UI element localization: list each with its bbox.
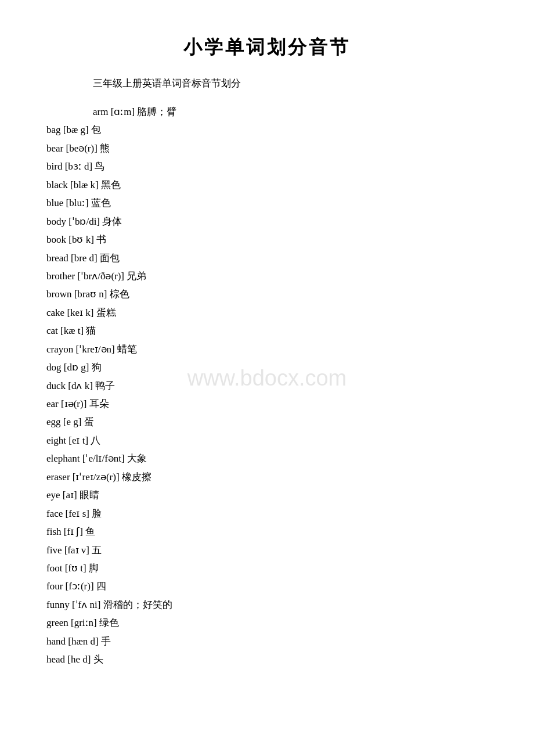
word-list: arm [ɑːm] 胳膊；臂bag [bæ g] 包bear [beə(r)] … (46, 103, 488, 669)
list-item: ear [ɪə(r)] 耳朵 (46, 395, 488, 413)
list-item: arm [ɑːm] 胳膊；臂 (93, 103, 488, 121)
list-item: crayon [ˈkreɪ/ən] 蜡笔 (46, 340, 488, 358)
list-item: eye [aɪ] 眼睛 (46, 486, 488, 504)
subtitle: 三年级上册英语单词音标音节划分 (93, 77, 488, 90)
list-item: body [ˈbɒ/di] 身体 (46, 213, 488, 231)
list-item: book [bʊ k] 书 (46, 231, 488, 249)
list-item: duck [dʌ k] 鸭子 (46, 377, 488, 395)
list-item: blue [bluː] 蓝色 (46, 194, 488, 212)
list-item: green [griːn] 绿色 (46, 614, 488, 632)
list-item: egg [e g] 蛋 (46, 413, 488, 431)
list-item: bread [bre d] 面包 (46, 249, 488, 267)
list-item: cat [kæ t] 猫 (46, 322, 488, 340)
list-item: fish [fɪ ʃ] 鱼 (46, 523, 488, 541)
list-item: brother [ˈbrʌ/ðə(r)] 兄弟 (46, 267, 488, 285)
list-item: face [feɪ s] 脸 (46, 505, 488, 523)
list-item: foot [fʊ t] 脚 (46, 559, 488, 577)
list-item: five [faɪ v] 五 (46, 541, 488, 559)
list-item: eight [eɪ t] 八 (46, 431, 488, 449)
list-item: four [fɔː(r)] 四 (46, 577, 488, 595)
list-item: brown [braʊ n] 棕色 (46, 285, 488, 303)
list-item: bag [bæ g] 包 (46, 121, 488, 139)
list-item: funny [ˈfʌ ni] 滑稽的；好笑的 (46, 596, 488, 614)
page-title: 小学单词划分音节 (46, 35, 488, 60)
list-item: hand [hæn d] 手 (46, 632, 488, 650)
list-item: cake [keɪ k] 蛋糕 (46, 304, 488, 322)
list-item: elephant [ˈe/lɪ/fənt] 大象 (46, 449, 488, 467)
list-item: dog [dɒ g] 狗 (46, 358, 488, 376)
list-item: bird [bɜː d] 鸟 (46, 157, 488, 175)
list-item: bear [beə(r)] 熊 (46, 139, 488, 157)
list-item: eraser [ɪˈreɪ/zə(r)] 橡皮擦 (46, 468, 488, 486)
list-item: black [blæ k] 黑色 (46, 176, 488, 194)
list-item: head [he d] 头 (46, 650, 488, 668)
